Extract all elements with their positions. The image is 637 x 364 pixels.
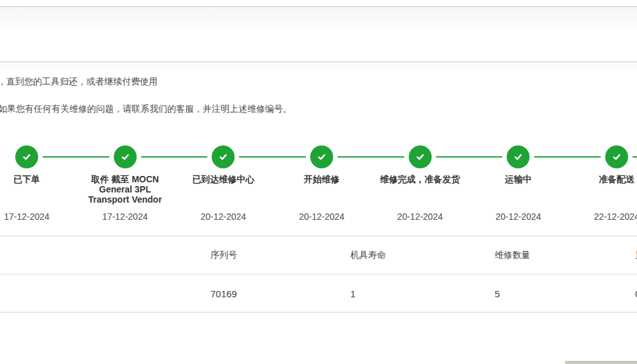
step-date: 20-12-2024: [373, 212, 468, 222]
step-date: 20-12-2024: [175, 212, 271, 222]
notice-line-1-text: 直到您的工具归还，或者继续付费使用: [6, 76, 158, 86]
step-check-circle-icon: [212, 145, 235, 168]
checkmark-icon: [120, 152, 130, 162]
checkmark-icon: [218, 152, 228, 162]
checkmark-icon: [513, 152, 523, 162]
table-header-row: 序列号机具寿命维修数量累计维修: [0, 236, 637, 274]
timeline-connector-line: [141, 156, 208, 158]
table-cell-value: 1: [350, 288, 355, 299]
step-label: 已下单: [0, 174, 71, 184]
table-column-header: 维修数量: [495, 250, 530, 261]
horizontal-scrollbar-thumb[interactable]: [565, 361, 637, 364]
repair-details-table: 序列号机具寿命维修数量累计维修 70169150: [0, 236, 637, 313]
step-label: 运输中: [474, 174, 563, 184]
step-date: 17-12-2024: [0, 212, 74, 222]
checkmark-icon: [612, 152, 622, 162]
checkmark-icon: [22, 152, 32, 162]
table-column-header: 机具寿命: [350, 250, 386, 261]
step-date: 20-12-2024: [470, 212, 566, 222]
table-cell-value: 70169: [210, 288, 237, 299]
step-label: 开始维修: [277, 174, 366, 184]
step-check-circle-icon: [114, 145, 137, 168]
step-date: 17-12-2024: [78, 212, 173, 222]
timeline-connector-line: [633, 156, 637, 158]
table-cell-value: 5: [495, 288, 500, 299]
checkmark-icon: [317, 152, 327, 162]
step-check-circle-icon: [15, 145, 38, 168]
step-check-circle-icon: [507, 145, 530, 168]
notice-line-2: 如果您有任何有关维修的问题，请联系我们的客服，并注明上述维修编号。: [0, 104, 292, 115]
notice-line-1: ，直到您的工具归还，或者继续付费使用: [0, 76, 158, 88]
timeline-connector-line: [436, 156, 503, 158]
section-divider-band: [0, 63, 637, 71]
timeline-connector-line: [43, 156, 109, 158]
step-check-circle-icon: [605, 145, 628, 168]
timeline-connector-line: [338, 156, 404, 158]
table-row: 70169150: [0, 274, 637, 313]
step-date: 22-12-2024: [569, 212, 637, 222]
timeline-connector-line: [534, 156, 601, 158]
step-label: 维修完成，准备发货: [376, 174, 465, 184]
step-check-circle-icon: [409, 145, 432, 168]
table-column-header: 序列号: [210, 250, 237, 261]
step-label: 已到达维修中心: [179, 174, 268, 184]
clipped-text-fragment: ，: [0, 76, 6, 88]
step-check-circle-icon: [310, 145, 333, 168]
top-card-band: [0, 6, 637, 62]
step-label: 取件 截至 MOCN General 3PL Transport Vendor: [81, 174, 170, 205]
step-date: 20-12-2024: [274, 212, 369, 222]
step-label: 准备配送: [572, 174, 637, 184]
timeline-connector-line: [239, 156, 306, 158]
checkmark-icon: [415, 152, 425, 162]
